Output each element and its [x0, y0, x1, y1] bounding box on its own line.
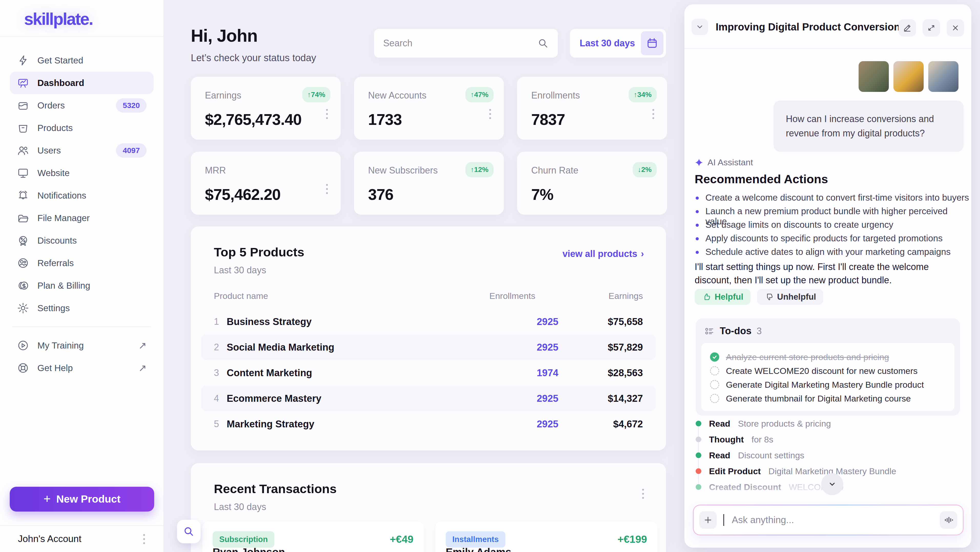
- page-subtitle: Let’s check your status today: [191, 52, 316, 63]
- attachment-thumbnail[interactable]: [859, 61, 889, 92]
- account-menu-kebab-icon[interactable]: [141, 532, 147, 546]
- row-enrollments-link[interactable]: 2925: [537, 342, 558, 353]
- row-rank: 3: [214, 368, 227, 378]
- helpful-button[interactable]: Helpful: [695, 289, 751, 305]
- attachment-thumbnail[interactable]: [893, 61, 924, 92]
- row-product-name: Social Media Marketing: [227, 342, 334, 353]
- sidebar-item-label: Plan & Billing: [37, 281, 90, 291]
- row-enrollments-link[interactable]: 2925: [537, 316, 558, 327]
- stat-value: 7837: [531, 111, 653, 128]
- pending-circle-icon: [710, 366, 719, 376]
- external-link-icon: ↗: [138, 362, 146, 374]
- website-icon: [17, 167, 29, 179]
- table-row[interactable]: 3 Content Marketing 1974 $28,563: [201, 360, 656, 385]
- new-product-button[interactable]: + New Product: [10, 487, 154, 512]
- floating-search-button[interactable]: [177, 520, 200, 543]
- sidebar-item-notifications[interactable]: Notifications: [10, 184, 154, 207]
- transactions-menu-kebab-icon[interactable]: [640, 487, 646, 501]
- activity-action: Created Discount: [709, 482, 781, 492]
- unhelpful-button[interactable]: Unhelpful: [757, 289, 823, 305]
- sidebar-item-label: My Training: [37, 340, 84, 351]
- todos-list: Analyze current store products and prici…: [701, 343, 955, 411]
- voice-input-button[interactable]: [940, 511, 957, 529]
- todo-item[interactable]: Analyze current store products and prici…: [710, 350, 946, 364]
- sidebar-item-products[interactable]: Products: [10, 117, 154, 139]
- stat-menu-kebab-icon[interactable]: [487, 107, 493, 121]
- date-range-button[interactable]: Last 30 days: [570, 29, 666, 57]
- recent-transactions-card: Recent Transactions Last 30 days Subscri…: [191, 463, 666, 552]
- row-earnings: $14,327: [608, 393, 643, 404]
- add-attachment-button[interactable]: [699, 511, 717, 529]
- scroll-down-button[interactable]: [821, 473, 843, 495]
- stat-card-earnings: Earnings ↑74% $2,765,473.40: [191, 77, 340, 140]
- row-product-name: Business Strategy: [227, 316, 312, 327]
- sidebar-item-label: Orders: [37, 100, 65, 111]
- table-row[interactable]: 1 Business Strategy 2925 $75,658: [201, 309, 656, 335]
- transaction-customer-name: Emily Adams: [446, 546, 511, 552]
- row-enrollments-link[interactable]: 1974: [537, 368, 558, 379]
- table-header: Product name Enrollments Earnings: [214, 291, 643, 301]
- transaction-customer-name: Ryan Johnson: [213, 546, 285, 552]
- list-item: Create a welcome discount to convert fir…: [696, 192, 971, 206]
- account-row[interactable]: John's Account: [0, 525, 164, 552]
- stat-menu-kebab-icon[interactable]: [324, 182, 330, 196]
- orders-count-badge: 5320: [116, 98, 146, 113]
- todo-text: Analyze current store products and prici…: [726, 352, 889, 362]
- ask-anything-input[interactable]: [724, 515, 940, 525]
- sidebar-item-referrals[interactable]: Referrals: [10, 252, 154, 274]
- chevron-right-icon: ›: [641, 249, 644, 259]
- account-name: John's Account: [18, 534, 81, 544]
- search-icon: [183, 526, 195, 538]
- transaction-card[interactable]: Installments +€199 Emily Adams: [436, 522, 657, 552]
- plus-icon: [703, 516, 713, 525]
- todo-item[interactable]: Create WELCOME20 discount for new custom…: [710, 364, 946, 378]
- ai-assistant-label: AI Assistant: [695, 157, 753, 167]
- table-row[interactable]: 2 Social Media Marketing 2925 $57,829: [201, 335, 656, 360]
- activity-item: Read Discount settings: [696, 447, 960, 463]
- sidebar-item-get-help[interactable]: Get Help ↗: [10, 357, 154, 379]
- expand-button[interactable]: [923, 19, 940, 36]
- chat-input-bar: [693, 504, 964, 535]
- dashboard-icon: [17, 77, 29, 89]
- stat-value: $2,765,473.40: [205, 111, 326, 128]
- sidebar-item-website[interactable]: Website: [10, 162, 154, 184]
- attachment-thumbnail[interactable]: [928, 61, 958, 92]
- sidebar-item-orders[interactable]: Orders 5320: [10, 94, 154, 117]
- sidebar-item-file-manager[interactable]: File Manager: [10, 207, 154, 229]
- transaction-card[interactable]: Subscription +€49 Ryan Johnson: [202, 522, 424, 552]
- stat-menu-kebab-icon[interactable]: [324, 107, 330, 121]
- todos-header: To-dos 3: [705, 325, 762, 336]
- sidebar-item-dashboard[interactable]: Dashboard: [10, 71, 154, 94]
- folder-icon: [17, 212, 29, 224]
- sidebar-item-get-started[interactable]: Get Started: [10, 49, 154, 71]
- sidebar-item-plan-billing[interactable]: Plan & Billing: [10, 274, 154, 297]
- sidebar-item-users[interactable]: Users 4097: [10, 139, 154, 162]
- table-row[interactable]: 4 Ecommerce Mastery 2925 $14,327: [201, 385, 656, 411]
- recommended-actions-title: Recommended Actions: [695, 172, 828, 186]
- table-row[interactable]: 5 Marketing Strategy 2925 $4,672: [201, 411, 656, 437]
- stat-menu-kebab-icon[interactable]: [650, 107, 656, 121]
- transactions-subtitle: Last 30 days: [214, 501, 266, 512]
- todo-item[interactable]: Generate Digital Marketing Mastery Bundl…: [710, 378, 946, 392]
- close-button[interactable]: [947, 19, 964, 36]
- search-input[interactable]: [383, 38, 538, 49]
- sidebar-item-label: Website: [37, 168, 70, 178]
- feedback-buttons: Helpful Unhelpful: [695, 289, 823, 305]
- status-dot-icon: [696, 436, 701, 442]
- view-all-products-link[interactable]: view all products ›: [563, 249, 644, 259]
- sidebar-item-my-training[interactable]: My Training ↗: [10, 334, 154, 357]
- sidebar-item-label: Users: [37, 145, 61, 155]
- activity-action: Edit Product: [709, 466, 761, 476]
- edit-button[interactable]: [899, 19, 916, 36]
- sidebar-item-discounts[interactable]: Discounts: [10, 229, 154, 252]
- bullet-icon: [696, 210, 699, 213]
- row-enrollments-link[interactable]: 2925: [537, 393, 558, 404]
- todo-item[interactable]: Generate thumbnail for Digital Marketing…: [710, 392, 946, 405]
- activity-action: Read: [709, 450, 730, 460]
- orders-icon: [17, 99, 29, 111]
- collapse-panel-button[interactable]: [692, 19, 708, 35]
- page-greeting: Hi, John: [191, 25, 258, 46]
- sidebar-item-settings[interactable]: Settings: [10, 297, 154, 319]
- bell-icon: [17, 189, 29, 201]
- row-enrollments-link[interactable]: 2925: [537, 419, 558, 430]
